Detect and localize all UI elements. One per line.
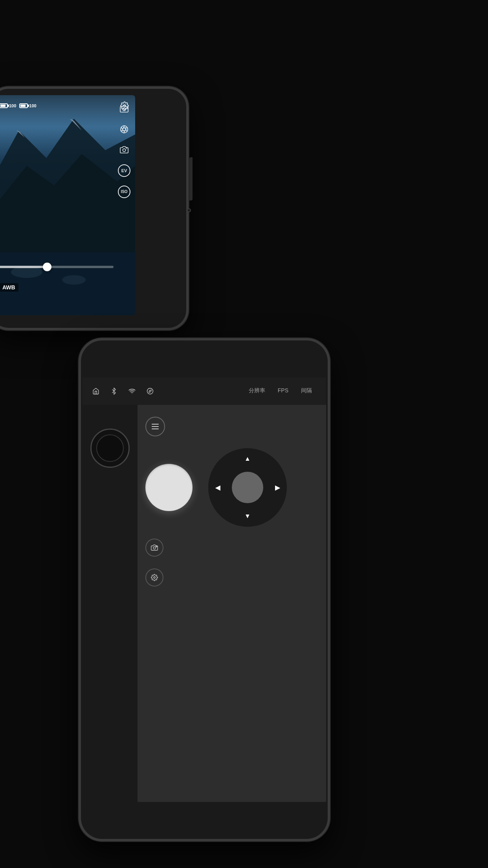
iso-icon[interactable]: ISO [118, 186, 130, 198]
ev-label: EV [121, 169, 127, 173]
dpad-center[interactable] [232, 472, 263, 503]
ev-thumb[interactable] [43, 263, 51, 271]
dpad-down[interactable]: ▼ [244, 513, 251, 520]
svg-point-19 [127, 148, 127, 149]
volume-button [189, 181, 193, 200]
tab-fps[interactable]: FPS [272, 385, 295, 397]
bottom-action-icons [145, 539, 163, 587]
awb-badge: AWB [0, 283, 18, 292]
bottom-nav-icons [90, 386, 156, 397]
hline-1 [152, 424, 159, 425]
bluetooth-icon[interactable] [108, 386, 119, 397]
phone-top: 100 100 [0, 86, 189, 330]
battery-level-2: 100 [29, 103, 36, 108]
dpad-up[interactable]: ▲ [244, 455, 251, 462]
ev-track[interactable] [0, 266, 114, 268]
battery-fill-2 [20, 105, 26, 107]
mountain-silhouette [0, 95, 135, 315]
sidebar-right: EV ISO [118, 103, 130, 198]
battery-fill-1 [0, 105, 6, 107]
navigation-icon[interactable] [145, 386, 156, 397]
tab-interval[interactable]: 间隔 [295, 385, 318, 397]
dpad-right[interactable]: ▶ [275, 484, 280, 491]
aperture-icon[interactable] [118, 123, 130, 135]
shutter-button[interactable] [145, 464, 193, 511]
svg-point-9 [123, 108, 125, 110]
bottom-top-bar: 分辨率 FPS 间隔 [83, 377, 326, 405]
hline-2 [152, 426, 159, 427]
battery-2: 100 [19, 103, 36, 108]
wifi-icon[interactable] [127, 386, 138, 397]
home-button[interactable] [90, 428, 130, 468]
battery-group: 100 100 [0, 103, 37, 108]
ev-slider[interactable] [0, 266, 114, 268]
camera-add-button[interactable] [145, 539, 163, 557]
tab-resolution[interactable]: 分辨率 [242, 385, 272, 397]
bottom-left-sidebar [83, 405, 138, 802]
camera-screen-bottom: 分辨率 FPS 间隔 [83, 377, 326, 802]
svg-point-10 [127, 107, 127, 108]
bottom-tabs: 分辨率 FPS 间隔 [242, 385, 318, 397]
phone-bottom: 分辨率 FPS 间隔 [79, 338, 330, 841]
battery-level-1: 100 [9, 103, 16, 108]
hamburger-icon [152, 424, 159, 429]
shutter-dpad-row: ▲ ▼ ◀ ▶ [145, 448, 318, 527]
settings-button[interactable] [145, 568, 163, 587]
camera-settings-icon[interactable] [118, 103, 130, 115]
ev-fill [0, 266, 47, 268]
top-icons-row: 100 100 [0, 100, 130, 112]
svg-point-24 [153, 547, 156, 549]
dpad-left[interactable]: ◀ [215, 484, 220, 491]
iso-label: ISO [121, 190, 127, 194]
dpad-outer: ▲ ▼ ◀ ▶ [208, 448, 287, 527]
svg-marker-23 [149, 390, 151, 392]
battery-body-2 [19, 103, 28, 108]
home-icon[interactable] [90, 386, 101, 397]
hline-3 [152, 428, 159, 429]
svg-point-22 [147, 388, 153, 394]
battery-1: 100 [0, 103, 16, 108]
home-button-inner [96, 434, 124, 462]
camera-screen-top: 100 100 [0, 95, 135, 315]
svg-point-7 [62, 275, 86, 285]
svg-point-18 [123, 149, 125, 151]
awb-label: AWB [2, 284, 15, 291]
battery-body-1 [0, 103, 8, 108]
directional-pad: ▲ ▼ ◀ ▶ [208, 448, 287, 527]
camera-dot [187, 208, 191, 212]
svg-point-21 [132, 393, 132, 394]
ev-icon[interactable]: EV [118, 164, 130, 177]
menu-button[interactable] [145, 417, 165, 436]
capture-timer-icon[interactable] [118, 144, 130, 156]
svg-point-27 [154, 577, 156, 579]
bottom-main-area: ▲ ▼ ◀ ▶ [138, 405, 326, 802]
